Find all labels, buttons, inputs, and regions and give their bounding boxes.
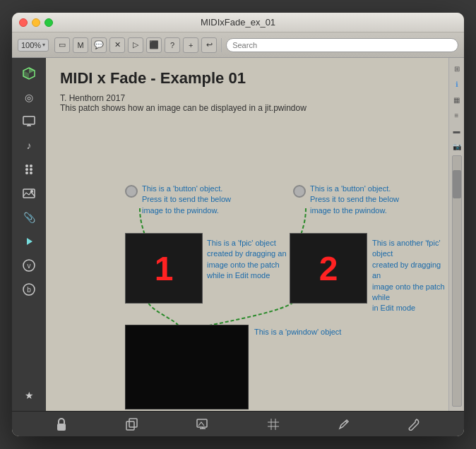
right-btn-grid[interactable]: ⊞ [451, 62, 463, 75]
button-object-1[interactable]: This is a 'button' object.Press it to se… [125, 184, 231, 216]
patch-title: MIDI x Fade - Example 01 [60, 69, 246, 88]
button-circle-1[interactable] [125, 185, 138, 198]
fpic-number-1: 1 [155, 249, 174, 288]
sidebar-icon-cube[interactable] [19, 64, 39, 83]
bottom-btn-wrench[interactable] [405, 414, 424, 434]
bottom-btn-lock[interactable] [52, 414, 71, 434]
main-area: ◎ ♪ 📎 v b ★ [12, 58, 464, 411]
main-window: MIDIxFade_ex_01 100% ▾ ▭ M 💬 ✕ ▷ ⬛ ? + ↩ [12, 13, 464, 436]
right-scrollbar-thumb [453, 170, 461, 198]
window-title: MIDIxFade_ex_01 [201, 17, 275, 28]
bottom-btn-copy[interactable] [122, 414, 142, 434]
toolbar-btn-4[interactable]: ✕ [109, 37, 125, 53]
right-btn-book[interactable]: ▬ [451, 124, 463, 137]
svg-point-11 [30, 172, 32, 174]
zoom-control[interactable]: 100% ▾ [18, 39, 49, 52]
button-text-2: This is a 'button' object.Press it to se… [310, 184, 399, 216]
toolbar-btn-plus[interactable]: + [183, 37, 198, 53]
patch-description: This patch shows how an image can be dis… [60, 103, 307, 113]
svg-rect-20 [126, 421, 134, 430]
fpic-text-1: This is a 'fpic' objectcreated by draggi… [207, 238, 287, 282]
right-btn-camera[interactable]: 📷 [451, 140, 463, 152]
zoom-label: 100% [21, 41, 41, 49]
svg-text:v: v [28, 262, 31, 270]
fpic-text-2: This is another 'fpic' objectcreated by … [372, 238, 448, 314]
svg-rect-3 [23, 116, 35, 124]
traffic-lights [19, 18, 53, 27]
svg-point-9 [30, 164, 32, 167]
sidebar-icon-b[interactable]: b [19, 280, 39, 299]
bottom-btn-pencil[interactable] [334, 414, 354, 434]
pwindow-label: This is a 'pwindow' object [254, 328, 341, 336]
sidebar-icon-circle[interactable]: ◎ [19, 88, 39, 107]
left-sidebar: ◎ ♪ 📎 v b ★ [12, 58, 46, 411]
pwindow-object[interactable] [125, 325, 249, 409]
sidebar-icon-note[interactable]: ♪ [19, 136, 39, 155]
toolbar-btn-arrow[interactable]: ↩ [201, 37, 217, 53]
button-text-1: This is a 'button' object.Press it to se… [142, 184, 231, 216]
toolbar: 100% ▾ ▭ M 💬 ✕ ▷ ⬛ ? + ↩ [12, 32, 464, 58]
svg-point-10 [30, 168, 32, 171]
sidebar-icon-dots[interactable] [19, 160, 39, 179]
titlebar: MIDIxFade_ex_01 [12, 13, 464, 32]
sidebar-icon-clip[interactable]: 📎 [19, 208, 39, 227]
sidebar-icon-star[interactable]: ★ [19, 385, 39, 405]
search-input[interactable] [226, 38, 458, 52]
zoom-arrow-icon: ▾ [42, 42, 45, 48]
sidebar-icon-arrow[interactable] [19, 232, 39, 251]
toolbar-btn-1[interactable]: ▭ [54, 37, 70, 53]
close-button[interactable] [19, 18, 28, 27]
right-btn-info[interactable]: ℹ [451, 78, 463, 90]
svg-rect-21 [129, 419, 137, 427]
svg-point-6 [25, 164, 28, 167]
svg-marker-14 [27, 238, 32, 245]
svg-rect-12 [23, 189, 35, 198]
svg-rect-19 [57, 424, 66, 431]
sidebar-icon-monitor[interactable] [19, 112, 39, 131]
button-object-2[interactable]: This is a 'button' object.Press it to se… [293, 184, 399, 216]
toolbar-btn-7[interactable]: ? [165, 37, 180, 53]
bottom-btn-grid[interactable] [263, 414, 283, 434]
fpic-number-2: 2 [319, 249, 338, 288]
fpic-object-1[interactable]: 1 [125, 233, 203, 304]
toolbar-btn-5[interactable]: ▷ [128, 37, 143, 53]
sidebar-icon-v[interactable]: v [19, 256, 39, 275]
button-circle-2[interactable] [293, 185, 306, 198]
toolbar-separator [221, 38, 222, 52]
right-btn-list[interactable]: ≡ [451, 109, 463, 121]
toolbar-btn-3[interactable]: 💬 [91, 37, 107, 53]
bottom-toolbar [12, 411, 464, 436]
toolbar-btn-6[interactable]: ⬛ [146, 37, 162, 53]
maximize-button[interactable] [44, 18, 53, 27]
svg-text:b: b [27, 286, 31, 294]
right-scrollbar[interactable] [452, 155, 462, 407]
minimize-button[interactable] [32, 18, 40, 27]
patch-author: T. Henthorn 2017 [60, 93, 125, 103]
patch-canvas: MIDI x Fade - Example 01 T. Henthorn 201… [46, 58, 448, 411]
sidebar-icon-image[interactable] [19, 184, 39, 203]
right-btn-table[interactable]: ▦ [451, 93, 463, 106]
right-sidebar: ⊞ ℹ ▦ ≡ ▬ 📷 [448, 58, 464, 411]
fpic-object-2[interactable]: 2 [290, 233, 367, 304]
toolbar-btn-2[interactable]: M [73, 37, 88, 53]
bottom-btn-present[interactable] [193, 414, 213, 434]
svg-point-7 [25, 168, 28, 171]
svg-point-8 [25, 172, 28, 174]
svg-point-13 [30, 190, 33, 193]
